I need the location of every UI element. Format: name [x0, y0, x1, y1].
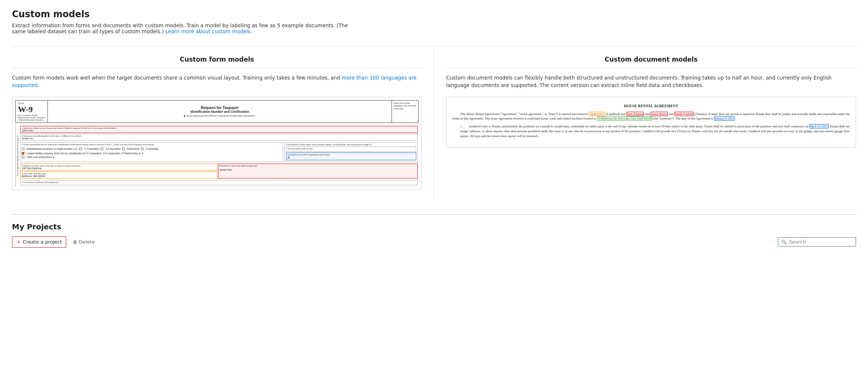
w9-field-6: 6 City, state, and ZIP code Bellevue, WA… — [20, 171, 217, 179]
form-models-column: Custom form models Custom form models wo… — [12, 47, 434, 199]
projects-toolbar: ＋ Create a project 🗑 Delete 🔍 — [12, 236, 856, 248]
delete-button[interactable]: 🗑 Delete — [69, 237, 99, 247]
learn-more-link[interactable]: Learn more about custom models. — [165, 28, 252, 34]
house-rental-preview: HOUSE RENTAL AGREEMENT This House Rental… — [446, 97, 856, 148]
doc-body: This House Rental Agreement ("Agreement,… — [453, 112, 850, 139]
landlord-company-tag: Opayl LLC — [589, 112, 605, 116]
document-models-title: Custom document models — [446, 56, 856, 68]
w9-form-preview: Form W-9 Rev. October 2018) Department o… — [12, 97, 422, 190]
models-section: Custom form models Custom form models wo… — [12, 46, 856, 199]
page-title: Custom models — [12, 9, 856, 19]
delete-label: Delete — [79, 239, 95, 245]
w9-requester-field: Requester's name and address (optional) … — [218, 164, 418, 179]
search-box: 🔍 — [778, 237, 856, 247]
w9-field-5: 5 Address (number, street, and apt. or s… — [20, 164, 217, 171]
tenant3-tag: Sarah Cantrell — [674, 112, 694, 116]
w9-form-number: Form W-9 Rev. October 2018) Department o… — [16, 100, 48, 123]
w9-body: Print or type See Specific Instructions … — [15, 124, 418, 187]
document-models-column: Custom document models Custom document m… — [434, 47, 856, 199]
doc-title: HOUSE RENTAL AGREEMENT — [453, 103, 850, 109]
form-models-description: Custom form models work well when the ta… — [12, 74, 422, 89]
my-projects-title: My Projects — [12, 222, 856, 231]
w9-header: Form W-9 Rev. October 2018) Department o… — [15, 100, 418, 123]
trash-icon: 🗑 — [73, 239, 77, 245]
document-models-description: Custom document models can flexibly hand… — [446, 74, 856, 89]
search-icon: 🔍 — [781, 239, 787, 245]
create-project-label: Create a project — [23, 239, 62, 245]
w9-field-1: 1 Name (as shown on your income tax retu… — [20, 126, 418, 133]
address-tag: 19 Bellevue Dr Salt Lake City Utah 84158 — [597, 116, 653, 121]
w9-field-7: 7 List account number(s) here (optional) — [20, 180, 418, 185]
w9-field-5-row: 5 Address (number, street, and apt. or s… — [20, 163, 418, 179]
create-project-button[interactable]: ＋ Create a project — [12, 236, 66, 248]
tenant2-tag: Garry Byrne — [650, 112, 668, 116]
my-projects-section: My Projects ＋ Create a project 🗑 Delete … — [12, 214, 856, 248]
w9-field-3-row: 3 Check appropriate box for federal tax … — [20, 142, 418, 163]
page-description: Extract information from forms and docum… — [12, 22, 349, 34]
doc-paragraph-1: This House Rental Agreement ("Agreement,… — [453, 112, 850, 121]
w9-give-form: Give Form to the requester. Do not send … — [392, 100, 418, 123]
w9-title-block: Request for Taxpayer Identification Numb… — [48, 100, 392, 123]
start-date-tag: April 12 2021 — [809, 124, 829, 128]
toolbar-left: ＋ Create a project 🗑 Delete — [12, 236, 98, 248]
tenant1-tag: Sam Zamora — [626, 112, 644, 116]
doc-paragraph-2: 1. Landlord rents to Tenant, unfurnished… — [453, 124, 850, 138]
date-tag: January 5 2021 — [714, 116, 735, 121]
w9-field-2: 2 Business name/disregarded entity name,… — [20, 134, 418, 141]
form-models-title: Custom form models — [12, 56, 422, 68]
plus-icon: ＋ — [16, 239, 21, 245]
search-input[interactable] — [789, 239, 853, 245]
